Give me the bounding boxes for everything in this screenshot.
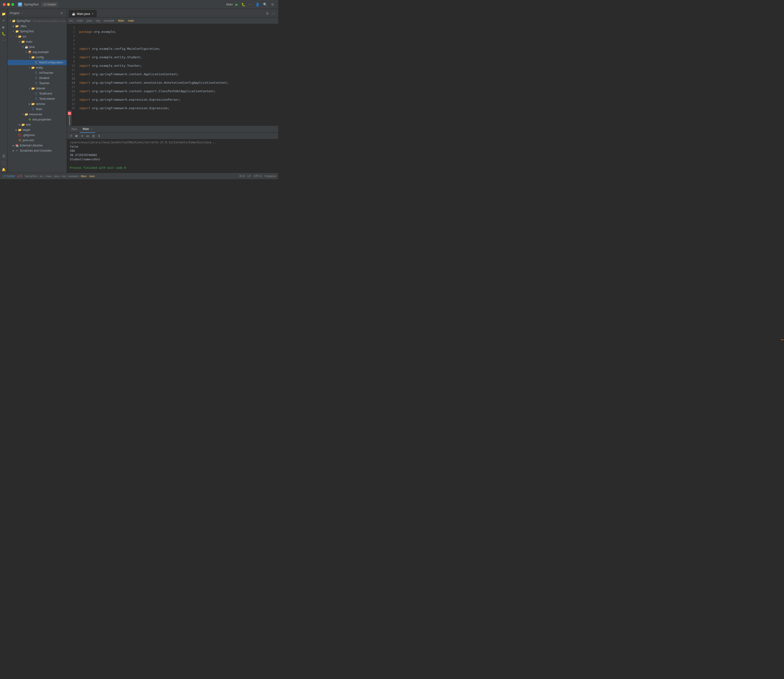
tree-label-java: java bbox=[29, 45, 34, 48]
status-errors[interactable]: ⚠ 5 bbox=[17, 174, 22, 178]
line-16: 16 bbox=[67, 89, 77, 93]
tree-arrow: ▶ bbox=[12, 149, 15, 152]
line-19: 19 bbox=[67, 102, 77, 106]
maximize-button[interactable] bbox=[11, 3, 14, 6]
bottom-tab-run[interactable]: Run bbox=[69, 126, 80, 133]
status-line-sep[interactable]: LF bbox=[247, 174, 251, 178]
sidebar-icon-project[interactable]: 📁 bbox=[1, 11, 7, 17]
tree-item-main[interactable]: ▾ 📂 main bbox=[8, 39, 67, 44]
editor-settings-button[interactable]: ⚙ bbox=[264, 11, 270, 16]
line-12: 12 bbox=[67, 72, 77, 77]
tree-item-listener[interactable]: ▾ 📂 listener bbox=[8, 86, 67, 91]
scroll-end-button[interactable]: ⬇ bbox=[97, 134, 102, 138]
tab-close-button[interactable]: ✕ bbox=[91, 12, 94, 15]
sidebar-icon-notifications[interactable]: 🔔 bbox=[1, 166, 7, 172]
sidebar-icon-commit[interactable]: ✔ bbox=[1, 17, 7, 23]
stop-button[interactable]: ⏹ bbox=[74, 134, 79, 138]
traffic-lights bbox=[3, 3, 14, 6]
branch-selector[interactable]: ⎇ master bbox=[41, 2, 58, 6]
status-position[interactable]: 31:6 bbox=[239, 174, 245, 178]
tree-item-config[interactable]: ▾ 📂 config bbox=[8, 55, 67, 60]
tree-item-service[interactable]: ▶ 📂 service bbox=[8, 102, 67, 106]
tree-item-springtest-module[interactable]: ▾ 📁 SpringTest bbox=[8, 29, 67, 34]
external-libs-icon: 📚 bbox=[15, 144, 19, 147]
close-button[interactable] bbox=[3, 3, 6, 6]
tree-item-idea[interactable]: ▶ 📂 .idea bbox=[8, 23, 67, 29]
tree-item-external-libraries[interactable]: ▶ 📚 External Libraries bbox=[8, 143, 67, 148]
line-8: 8 bbox=[67, 55, 77, 59]
tree-item-test-properties[interactable]: ⚙ test.properties bbox=[8, 117, 67, 122]
tree-label-listener: listener bbox=[36, 87, 45, 90]
tree-item-teacher[interactable]: C Teacher bbox=[8, 81, 67, 86]
tab-main-java[interactable]: ☕ Main.java ✕ bbox=[69, 10, 97, 17]
project-icon: ST bbox=[18, 2, 22, 6]
tree-label-main: main bbox=[26, 40, 32, 43]
folder-listener-icon: 📂 bbox=[31, 86, 35, 90]
tree-label-test-listener: TestListener bbox=[39, 97, 55, 100]
line-6: 6 bbox=[67, 47, 77, 51]
tab-java-icon: ☕ bbox=[72, 12, 75, 16]
tree-path: ~/Desktop/CS/JavaEE/2 Java Spring... bbox=[31, 20, 67, 22]
bottom-tab-main[interactable]: Main ✕ bbox=[80, 126, 95, 133]
code-line-7: import org.springframework.context.annot… bbox=[79, 81, 275, 85]
rerun-button[interactable]: ↺ bbox=[68, 134, 73, 138]
tree-item-java[interactable]: ▾ ☕ java bbox=[8, 44, 67, 50]
sidebar-icon-run[interactable]: ▶ bbox=[1, 24, 7, 30]
tree-item-main-class[interactable]: C Main bbox=[8, 106, 67, 112]
tree-item-student[interactable]: C Student bbox=[8, 75, 67, 81]
tree-item-springtest[interactable]: ▾ 📁 SpringTest ~/Desktop/CS/JavaEE/2 Jav… bbox=[8, 19, 67, 23]
tree-item-pom-xml[interactable]: M pom.xml bbox=[8, 138, 67, 143]
code-content[interactable]: package org.example; import org.example.… bbox=[77, 24, 278, 110]
sidebar-icon-debug[interactable]: 🐛 bbox=[1, 31, 7, 37]
tree-item-test-event[interactable]: C TestEvent bbox=[8, 91, 67, 96]
tree-label-service: service bbox=[36, 102, 45, 106]
tree-arrow bbox=[31, 97, 34, 100]
tree-item-target[interactable]: ▶ 📂 target bbox=[8, 127, 67, 133]
editor-tabs: ☕ Main.java ✕ ⚙ ⋯ bbox=[67, 9, 278, 17]
status-encoding[interactable]: UTF-8 bbox=[254, 174, 262, 178]
tree-arrow: ▾ bbox=[12, 30, 15, 33]
tree-label-idea: .idea bbox=[20, 25, 26, 28]
sidebar-icon-terminal[interactable]: ⬛ bbox=[1, 160, 7, 166]
tree-item-scratches[interactable]: ▶ ✏ Scratches and Consoles bbox=[8, 148, 67, 153]
tree-item-gitignore[interactable]: 🚫 .gitignore bbox=[8, 133, 67, 138]
tree-item-src[interactable]: ▾ 📂 src bbox=[8, 34, 67, 39]
step-button[interactable]: ⏭ bbox=[85, 134, 90, 138]
run-button[interactable]: ▶ bbox=[234, 2, 239, 7]
line-7: 7 bbox=[67, 51, 77, 55]
code-line-2 bbox=[79, 38, 275, 42]
status-git-branch[interactable]: ⎇ master bbox=[2, 174, 15, 178]
tree-item-test-listener[interactable]: C TestListener bbox=[8, 96, 67, 102]
tree-label-test-event: TestEvent bbox=[39, 92, 52, 95]
minimize-button[interactable] bbox=[7, 3, 10, 6]
clear-button[interactable]: 🗑 bbox=[91, 134, 96, 138]
line-9: 9 bbox=[67, 59, 77, 64]
main-layout: 📁 ✔ ▶ 🐛 ⋯ 🗄 ⬛ 🔔 Project ▾ ⚙ ▾ 📁 SpringTe… bbox=[0, 9, 278, 172]
tree-item-art-teacher[interactable]: C ArtTeacher bbox=[8, 70, 67, 75]
tree-item-entity[interactable]: ▾ 📂 entity bbox=[8, 65, 67, 70]
tree-label-student: Student bbox=[39, 77, 49, 80]
error-count-badge[interactable]: 5 bbox=[68, 112, 71, 115]
debug-button[interactable]: 🐛 bbox=[241, 2, 246, 7]
project-dropdown-icon[interactable]: ▾ bbox=[21, 11, 23, 15]
sidebar-icon-db[interactable]: 🗄 bbox=[1, 153, 7, 160]
account-button[interactable]: 👤 bbox=[255, 2, 260, 7]
main-tab-close[interactable]: ✕ bbox=[91, 128, 92, 130]
tree-item-test[interactable]: ▶ 📂 test bbox=[8, 122, 67, 127]
search-button[interactable]: 🔍 bbox=[262, 2, 268, 7]
pause-button[interactable]: ⏸ bbox=[80, 134, 84, 138]
tree-item-main-configuration[interactable]: C MainConfiguration bbox=[8, 60, 67, 65]
more-button[interactable]: ⋯ bbox=[247, 2, 253, 7]
settings-button[interactable]: ⚙ bbox=[270, 2, 275, 7]
project-settings-icon[interactable]: ⚙ bbox=[59, 10, 64, 16]
run-tab-label: Run bbox=[72, 128, 77, 131]
sidebar-icon-more[interactable]: ⋯ bbox=[1, 37, 7, 43]
tree-item-org-example[interactable]: ▾ 📦 org.example bbox=[8, 50, 67, 55]
tree-item-resources[interactable]: ▾ 📂 resources bbox=[8, 112, 67, 117]
horizontal-scrollbar[interactable] bbox=[8, 171, 67, 172]
line-2: 2 bbox=[67, 30, 77, 34]
editor-more-button[interactable]: ⋯ bbox=[270, 11, 276, 16]
tree-arrow: ▾ bbox=[25, 50, 28, 54]
scratches-icon: ✏ bbox=[15, 149, 19, 153]
status-indent[interactable]: 4 spaces bbox=[264, 174, 276, 178]
